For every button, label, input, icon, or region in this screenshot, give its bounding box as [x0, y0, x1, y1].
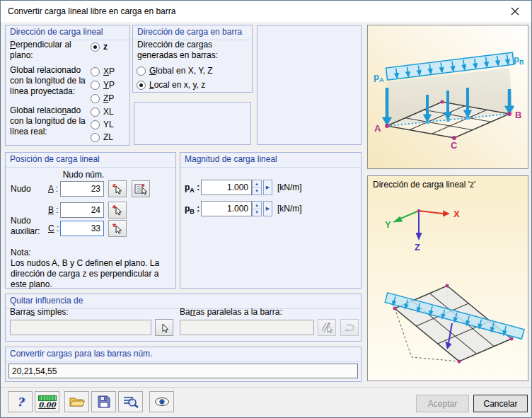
eye-icon: [154, 397, 170, 407]
group-magnitud-carga-lineal: Magnitud de carga lineal pA : ▲▼ ▶ [kN/m…: [180, 152, 362, 289]
open-button[interactable]: [64, 391, 89, 412]
pick-node-b-button[interactable]: [108, 202, 127, 219]
aux-label: Nudo auxiliar:: [11, 216, 47, 237]
barras-paralelas-input[interactable]: [180, 320, 314, 335]
save-button[interactable]: [91, 391, 116, 412]
pick-from-list-icon: [134, 183, 147, 195]
node-c-tag: C: [451, 140, 458, 151]
load-preview-illustration: A B C pA pB: [368, 25, 528, 168]
apply-influence-button[interactable]: [340, 319, 359, 336]
radio-global-xyz[interactable]: Global en X, Y, Z: [137, 65, 213, 76]
pb-spinner[interactable]: ▲▼: [252, 201, 262, 216]
axis-x-label: X: [453, 209, 460, 219]
accept-button[interactable]: Aceptar: [416, 395, 469, 412]
pa-detail-button[interactable]: ▶: [263, 180, 272, 195]
generadas-label: Dirección de cargas generadas en barras:: [137, 40, 249, 61]
node-c-label: C :: [48, 223, 59, 234]
pa-label: pA :: [185, 182, 200, 196]
pick-member-button[interactable]: [155, 319, 173, 336]
barras-paralelas-label: Barras paralelas a la barra:: [180, 307, 282, 318]
radio-zp[interactable]: ZP: [91, 93, 114, 104]
apply-hook-icon: [344, 323, 355, 332]
nudo-label: Nudo: [11, 184, 31, 195]
node-b-tag: B: [515, 110, 521, 120]
pick-member-icon: [158, 322, 170, 333]
pick-node-icon: [112, 183, 123, 195]
axis-z-label: Z: [415, 242, 420, 252]
node-c-input[interactable]: [60, 221, 104, 236]
direction-preview-panel: Dirección de carga lineal 'z' X Y Z: [367, 175, 528, 381]
pick-line-from-list-button[interactable]: [132, 180, 150, 197]
radio-z[interactable]: z: [91, 41, 108, 52]
pb-detail-button[interactable]: ▶: [263, 201, 272, 216]
dialog-convert-free-linear-load: Convertir carga lineal libre en carga en…: [0, 0, 532, 418]
group-convertir-cargas: Convertir cargas para las barras núm.: [5, 347, 362, 382]
pa-input[interactable]: [201, 180, 252, 195]
node-a-input[interactable]: [60, 181, 104, 197]
radio-yp[interactable]: YP: [91, 79, 115, 91]
group-title: Magnitud de carga lineal: [180, 153, 361, 168]
proyectada-label: Global relacionado con la longitud de la…: [10, 65, 91, 97]
direction-panel-title: Dirección de carga lineal 'z': [373, 180, 475, 190]
footer-separator: [1, 387, 531, 388]
radio-z-circle: [91, 42, 100, 52]
group-quitar-influencia: Quitar influencia de Barras simples: Bar…: [5, 294, 362, 342]
group-direccion-carga-barra: Dirección de carga en barra Dirección de…: [132, 25, 253, 93]
units-icon: 0.00: [38, 395, 57, 409]
real-label: Global relacionado con la longitud de la…: [10, 105, 91, 137]
barras-simples-label: Barras simples:: [10, 307, 69, 318]
group-title: Dirección de carga en barra: [133, 25, 252, 40]
titlebar: Convertir carga lineal libre en carga en…: [1, 1, 531, 22]
find-icon: [123, 395, 139, 408]
nudo-num-header: Nudo núm.: [41, 170, 126, 180]
direction-illustration: X Y Z: [368, 176, 528, 381]
pb-label: pB :: [185, 204, 200, 217]
node-a-tag: A: [374, 123, 381, 134]
pick-node-a-button[interactable]: [108, 180, 127, 197]
axis-y-label: Y: [385, 219, 391, 230]
perpendicular-label: Perpendicular al plano:: [10, 40, 89, 61]
view-button[interactable]: [149, 391, 174, 412]
pick-node-c-button[interactable]: [108, 220, 127, 237]
note-text: Los nudos A, B y C definen el plano. La …: [11, 258, 172, 290]
group-title: Dirección de carga lineal: [6, 25, 129, 40]
radio-xp[interactable]: XP: [91, 66, 115, 77]
group-posicion-carga-lineal: Posición de carga lineal Nudo núm. Nudo …: [5, 152, 176, 289]
note-title: Nota:: [11, 248, 31, 258]
pick-parallel-icon: [320, 322, 333, 333]
units-settings-button[interactable]: 0.00: [35, 391, 59, 412]
load-preview-panel: A B C pA pB: [367, 25, 528, 169]
pa-spinner[interactable]: ▲▼: [252, 180, 262, 195]
radio-xl[interactable]: XL: [91, 106, 114, 117]
pa-unit: [kN/m]: [277, 182, 302, 193]
window-title: Convertir carga lineal libre en carga en…: [8, 6, 175, 16]
pb-unit: [kN/m]: [277, 204, 302, 214]
group-title: Posición de carga lineal: [6, 153, 175, 168]
pb-input[interactable]: [201, 201, 252, 216]
node-b-label: B :: [48, 205, 59, 216]
empty-panel-left: [134, 102, 251, 145]
help-button[interactable]: ?: [8, 391, 33, 412]
save-floppy-icon: [98, 395, 110, 408]
radio-zl[interactable]: ZL: [91, 132, 113, 143]
radio-local-xyz[interactable]: Local en x, y, z: [137, 79, 205, 91]
empty-panel-right: [257, 25, 362, 145]
pick-node-icon: [112, 223, 123, 234]
bars-list-input[interactable]: [8, 364, 358, 378]
help-icon: ?: [17, 395, 23, 409]
cancel-button[interactable]: Cancelar: [473, 395, 528, 412]
group-title: Convertir cargas para las barras núm.: [6, 347, 361, 362]
close-icon: [511, 7, 519, 16]
group-direccion-carga-lineal: Dirección de carga lineal Perpendicular …: [5, 25, 130, 146]
pick-parallel-members-button[interactable]: [318, 319, 336, 336]
close-button[interactable]: [499, 1, 531, 22]
radio-yl[interactable]: YL: [91, 119, 114, 130]
pick-node-icon: [112, 204, 123, 216]
open-folder-icon: [69, 396, 85, 407]
barras-simples-input[interactable]: [10, 320, 151, 335]
node-b-input[interactable]: [60, 202, 104, 218]
find-in-list-button[interactable]: [118, 391, 143, 412]
node-a-label: A :: [48, 184, 58, 195]
